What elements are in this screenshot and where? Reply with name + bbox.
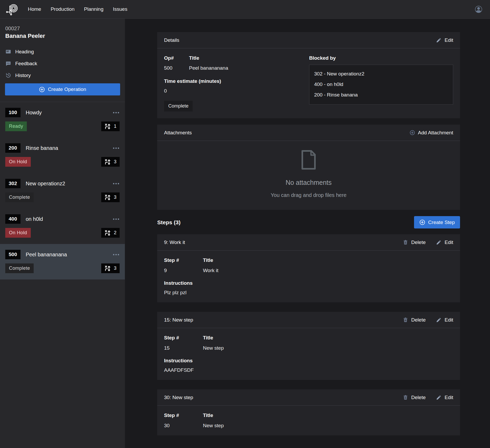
title-label: Title bbox=[189, 55, 301, 61]
step-card-30: 30: New step Delete bbox=[157, 389, 460, 435]
edit-label: Edit bbox=[445, 395, 453, 400]
operation-row-100[interactable]: 100 Howdy Ready 1 bbox=[0, 102, 125, 138]
user-avatar-button[interactable] bbox=[475, 6, 482, 13]
attachments-panel: Attachments Add Attachment No attach bbox=[157, 125, 460, 210]
create-step-button[interactable]: Create Step bbox=[414, 216, 460, 228]
attachments-panel-title: Attachments bbox=[164, 130, 192, 136]
step-title-label: Title bbox=[203, 335, 453, 341]
create-operation-button[interactable]: Create Operation bbox=[5, 83, 120, 95]
step-num-label: Step # bbox=[164, 335, 203, 341]
nav-item-planning[interactable]: Planning bbox=[84, 6, 104, 12]
status-badge: On Hold bbox=[5, 157, 31, 167]
step-num-label: Step # bbox=[164, 257, 203, 263]
job-number: 00027 bbox=[0, 26, 125, 32]
details-status-badge: Complete bbox=[164, 101, 193, 111]
step-count: 2 bbox=[114, 230, 116, 236]
step-delete-button[interactable]: Delete bbox=[403, 317, 426, 323]
sidebar-menu: Heading Feedback bbox=[0, 46, 125, 81]
time-estimate-label: Time estimate (minutes) bbox=[164, 78, 301, 84]
delete-label: Delete bbox=[411, 317, 426, 323]
step-edit-button[interactable]: Edit bbox=[436, 395, 453, 400]
p-spiral-logo-icon bbox=[6, 3, 19, 16]
blocked-by-item: 302 - New operationz2 bbox=[314, 69, 448, 79]
nav-item-production[interactable]: Production bbox=[51, 6, 75, 12]
time-estimate-value: 0 bbox=[164, 88, 301, 94]
sidebar-item-feedback[interactable]: Feedback bbox=[5, 58, 120, 69]
step-card-9: 9: Work it Delete bbox=[157, 234, 460, 302]
step-card-header: 9: Work it bbox=[164, 240, 185, 245]
step-title-value: New step bbox=[203, 345, 453, 351]
attachments-dropzone[interactable]: No attachments You can drag and drop fil… bbox=[157, 141, 460, 210]
step-edit-button[interactable]: Edit bbox=[436, 240, 453, 245]
more-options-icon[interactable] bbox=[113, 146, 120, 150]
main-content: Details Edit Op# Title 500 Peel bananana… bbox=[125, 19, 490, 448]
operation-number-badge: 400 bbox=[5, 214, 21, 224]
job-title: Banana Peeler bbox=[0, 32, 125, 39]
blocked-by-item: 200 - Rinse banana bbox=[314, 90, 448, 100]
heading-card-icon bbox=[5, 49, 11, 55]
sidebar-item-history[interactable]: History bbox=[5, 69, 120, 81]
step-count: 3 bbox=[114, 266, 116, 271]
instructions-value: AAAFDFSDF bbox=[164, 367, 453, 373]
status-badge: Complete bbox=[5, 192, 34, 202]
strategy-route-icon bbox=[104, 265, 111, 272]
more-options-icon[interactable] bbox=[113, 181, 120, 186]
details-panel: Details Edit Op# Title 500 Peel bananana… bbox=[157, 32, 460, 118]
step-delete-button[interactable]: Delete bbox=[403, 240, 426, 245]
step-count-badge: 2 bbox=[101, 228, 120, 238]
blocked-by-label: Blocked by bbox=[309, 55, 453, 61]
more-options-icon[interactable] bbox=[113, 217, 120, 221]
step-title-value: New step bbox=[203, 423, 453, 429]
step-count: 3 bbox=[114, 195, 116, 200]
more-options-icon[interactable] bbox=[113, 110, 120, 115]
operation-title: Rinse banana bbox=[26, 145, 58, 151]
strategy-route-icon bbox=[104, 194, 111, 201]
instructions-label: Instructions bbox=[164, 280, 453, 286]
plus-circle-icon bbox=[410, 130, 415, 135]
edit-label: Edit bbox=[445, 37, 453, 43]
instructions-label: Instructions bbox=[164, 358, 453, 364]
nav-items: Home Production Planning Issues bbox=[28, 6, 127, 12]
step-delete-button[interactable]: Delete bbox=[403, 395, 426, 400]
operation-row-500-selected[interactable]: 500 Peel banananana Complete bbox=[0, 244, 125, 279]
trash-icon bbox=[403, 395, 408, 400]
step-num-value: 15 bbox=[164, 345, 203, 351]
op-number-value: 500 bbox=[164, 65, 189, 71]
edit-pencil-icon bbox=[436, 317, 442, 323]
step-count: 3 bbox=[114, 159, 116, 165]
step-title-value: Work it bbox=[203, 268, 453, 273]
steps-heading: Steps (3) bbox=[157, 219, 181, 226]
sidebar-item-label: Feedback bbox=[15, 61, 37, 67]
operation-number-badge: 302 bbox=[5, 179, 21, 188]
blocked-by-item: 400 - on h0ld bbox=[314, 79, 448, 90]
feedback-bubble-icon bbox=[5, 60, 11, 67]
more-options-icon[interactable] bbox=[113, 252, 120, 257]
brand-logo[interactable] bbox=[6, 2, 19, 16]
create-operation-label: Create Operation bbox=[48, 86, 86, 92]
instructions-value: Plz plz pzl bbox=[164, 290, 453, 296]
add-attachment-button[interactable]: Add Attachment bbox=[410, 130, 453, 136]
nav-item-issues[interactable]: Issues bbox=[113, 6, 127, 12]
operation-title: on h0ld bbox=[26, 216, 43, 222]
operation-row-200[interactable]: 200 Rinse banana On Hold 3 bbox=[0, 138, 125, 173]
sidebar: 00027 Banana Peeler Heading Feedback bbox=[0, 19, 125, 448]
sidebar-item-label: Heading bbox=[15, 49, 34, 55]
delete-label: Delete bbox=[411, 240, 426, 245]
operation-row-302[interactable]: 302 New operationz2 Complete bbox=[0, 173, 125, 208]
step-title-label: Title bbox=[203, 257, 453, 263]
file-empty-icon bbox=[300, 150, 317, 170]
step-count-badge: 3 bbox=[101, 192, 120, 202]
operation-row-400[interactable]: 400 on h0ld On Hold 2 bbox=[0, 208, 125, 244]
operation-title: New operationz2 bbox=[26, 181, 65, 187]
nav-item-home[interactable]: Home bbox=[28, 6, 41, 12]
sidebar-item-heading[interactable]: Heading bbox=[5, 46, 120, 58]
step-card-15: 15: New step Delete bbox=[157, 312, 460, 380]
add-attachment-label: Add Attachment bbox=[418, 130, 453, 136]
step-edit-button[interactable]: Edit bbox=[436, 317, 453, 323]
history-clock-icon bbox=[5, 72, 11, 78]
strategy-route-icon bbox=[104, 230, 111, 236]
details-edit-button[interactable]: Edit bbox=[436, 37, 453, 43]
op-number-label: Op# bbox=[164, 55, 189, 61]
strategy-route-icon bbox=[104, 159, 111, 165]
edit-pencil-icon bbox=[436, 37, 442, 43]
